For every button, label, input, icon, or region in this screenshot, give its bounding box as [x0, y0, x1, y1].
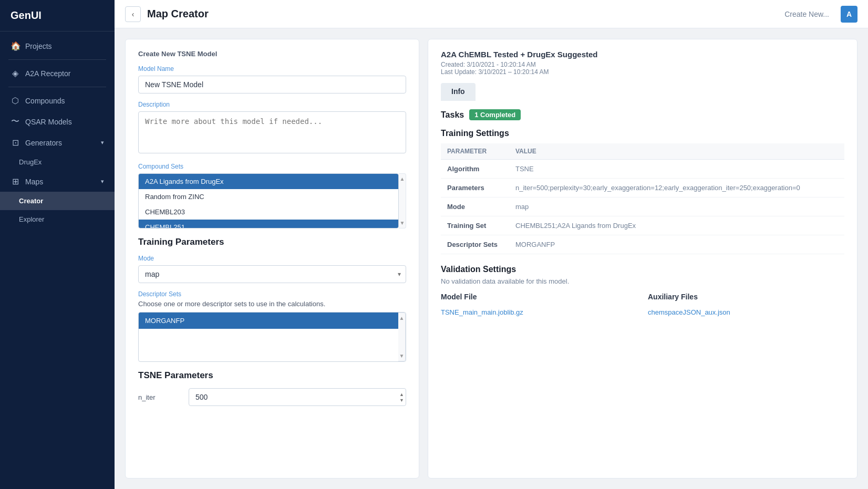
info-tab-row: Info	[441, 83, 844, 101]
sidebar-item-label: Creator	[19, 197, 43, 205]
sidebar-item-label: DrugEx	[19, 158, 42, 166]
maps-icon: ⊞	[11, 176, 20, 186]
sidebar-item-qsar-models[interactable]: 〜 QSAR Models	[0, 111, 115, 132]
model-file-title: Model File	[441, 293, 637, 301]
compound-icon: ⬡	[11, 96, 20, 106]
sidebar-item-maps[interactable]: ⊞ Maps ▾	[0, 171, 115, 192]
model-meta: Created: 3/10/2021 - 10:20:14 AM Last Up…	[441, 61, 844, 76]
topbar: ‹ Map Creator Create New... A	[115, 0, 868, 28]
training-settings-title: Training Settings	[441, 129, 844, 138]
sidebar-item-drugex[interactable]: DrugEx	[0, 153, 115, 171]
sidebar-item-a2a-receptor[interactable]: ◈ A2A Receptor	[0, 63, 115, 84]
page-title: Map Creator	[147, 8, 778, 20]
scroll-down-icon[interactable]: ▼	[399, 219, 406, 227]
layers-icon: ◈	[11, 68, 20, 78]
spin-buttons[interactable]: ▲ ▼	[399, 392, 404, 403]
descriptor-scrollbar: ▲ ▼	[398, 313, 406, 361]
descriptor-sets-label: Descriptor Sets	[138, 290, 406, 298]
compound-sets-list[interactable]: A2A Ligands from DrugEx Random from ZINC…	[138, 173, 399, 228]
generators-icon: ⊡	[11, 138, 20, 148]
param-cell: Training Set	[441, 216, 509, 235]
sidebar-item-label: Projects	[25, 42, 52, 50]
model-file-link[interactable]: TSNE_main_main.joblib.gz	[441, 305, 637, 319]
descriptor-list[interactable]: MORGANFP ▲ ▼	[138, 312, 406, 362]
param-cell: Algorithm	[441, 160, 509, 179]
tsne-params-title: TSNE Parameters	[138, 370, 406, 381]
sidebar-item-label: A2A Receptor	[25, 69, 70, 78]
table-row: Parameters n_iter=500;perplexity=30;earl…	[441, 179, 844, 197]
auxiliary-files-title: Auxiliary Files	[648, 293, 844, 301]
value-cell: MORGANFP	[509, 235, 844, 254]
auxiliary-file-link[interactable]: chemspaceJSON_aux.json	[648, 305, 844, 319]
chevron-down-icon-maps: ▾	[101, 178, 104, 185]
sidebar-item-compounds[interactable]: ⬡ Compounds	[0, 90, 115, 111]
descriptor-note: Choose one or more descriptor sets to us…	[138, 300, 406, 308]
model-file-section: Model File TSNE_main_main.joblib.gz	[441, 293, 637, 319]
mode-select[interactable]: map fit	[138, 265, 406, 283]
value-header: VALUE	[509, 143, 844, 160]
value-cell: n_iter=500;perplexity=30;early_exaggerat…	[509, 179, 844, 197]
compound-sets-scrollbar: ▲ ▼	[399, 173, 406, 228]
model-name-input[interactable]	[138, 76, 406, 93]
sidebar-item-label: Maps	[25, 178, 43, 186]
sidebar-item-generators[interactable]: ⊡ Generators ▾	[0, 132, 115, 153]
value-cell: CHEMBL251;A2A Ligands from DrugEx	[509, 216, 844, 235]
main-content: ‹ Map Creator Create New... A Create New…	[115, 0, 868, 489]
files-row: Model File TSNE_main_main.joblib.gz Auxi…	[441, 293, 844, 319]
home-icon: 🏠	[11, 41, 20, 51]
param-cell: Mode	[441, 197, 509, 216]
scroll-down-icon-desc[interactable]: ▼	[398, 352, 406, 360]
n-iter-input-wrapper: ▲ ▼	[189, 388, 406, 406]
table-row: Mode map	[441, 197, 844, 216]
compound-sets-label: Compound Sets	[138, 163, 406, 170]
sidebar-item-label: Explorer	[19, 215, 44, 223]
last-update: Last Update: 3/10/2021 – 10:20:14 AM	[441, 68, 844, 76]
right-panel: A2A ChEMBL Tested + DrugEx Suggested Cre…	[428, 39, 857, 478]
tab-info[interactable]: Info	[441, 83, 476, 101]
content-area: Create New TSNE Model Model Name Descrip…	[115, 28, 868, 489]
scroll-up-icon-desc[interactable]: ▲	[398, 314, 406, 322]
chevron-down-icon: ▾	[101, 139, 104, 146]
validation-note: No validation data available for this mo…	[441, 277, 844, 285]
description-textarea[interactable]	[138, 111, 406, 153]
table-row: Descriptor Sets MORGANFP	[441, 235, 844, 254]
param-header: PARAMETER	[441, 143, 509, 160]
left-panel: Create New TSNE Model Model Name Descrip…	[125, 39, 419, 478]
mode-label: Mode	[138, 255, 406, 262]
description-label: Description	[138, 101, 406, 108]
created-date: Created: 3/10/2021 - 10:20:14 AM	[441, 61, 844, 68]
validation-title: Validation Settings	[441, 265, 844, 274]
spin-down-icon[interactable]: ▼	[399, 398, 404, 403]
list-item[interactable]: CHEMBL203	[139, 204, 398, 220]
list-item[interactable]: A2A Ligands from DrugEx	[139, 174, 398, 189]
tasks-row: Tasks 1 Completed	[441, 109, 844, 120]
descriptor-list-inner: MORGANFP	[139, 313, 398, 361]
create-new-button[interactable]: Create New...	[784, 10, 829, 18]
spin-up-icon[interactable]: ▲	[399, 392, 404, 397]
scroll-up-icon[interactable]: ▲	[399, 175, 406, 183]
list-item[interactable]: CHEMBL251	[139, 220, 398, 228]
compound-sets-wrapper: A2A Ligands from DrugEx Random from ZINC…	[138, 173, 406, 228]
back-button[interactable]: ‹	[125, 6, 141, 22]
completed-badge: 1 Completed	[469, 109, 521, 120]
tasks-label: Tasks	[441, 110, 464, 120]
sidebar-item-creator[interactable]: Creator	[0, 192, 115, 210]
mode-select-wrapper: map fit ▾	[138, 265, 406, 283]
list-item[interactable]: Random from ZINC	[139, 189, 398, 204]
sidebar-item-label: Compounds	[25, 97, 65, 105]
table-row: Training Set CHEMBL251;A2A Ligands from …	[441, 216, 844, 235]
sidebar-item-projects[interactable]: 🏠 Projects	[0, 36, 115, 56]
sidebar-nav: 🏠 Projects ◈ A2A Receptor ⬡ Compounds 〜 …	[0, 32, 115, 489]
auxiliary-files-section: Auxiliary Files chemspaceJSON_aux.json	[648, 293, 844, 319]
sidebar-divider	[8, 59, 106, 60]
sidebar-item-label: QSAR Models	[25, 118, 72, 126]
n-iter-input[interactable]	[189, 388, 406, 406]
value-cell: TSNE	[509, 160, 844, 179]
n-iter-label: n_iter	[138, 393, 180, 401]
model-title: A2A ChEMBL Tested + DrugEx Suggested	[441, 50, 844, 59]
section-title: Create New TSNE Model	[138, 50, 406, 58]
descriptor-item[interactable]: MORGANFP	[139, 313, 398, 329]
training-settings-table: PARAMETER VALUE Algorithm TSNE Parameter…	[441, 143, 844, 254]
sidebar-item-explorer[interactable]: Explorer	[0, 210, 115, 228]
avatar: A	[841, 6, 857, 23]
